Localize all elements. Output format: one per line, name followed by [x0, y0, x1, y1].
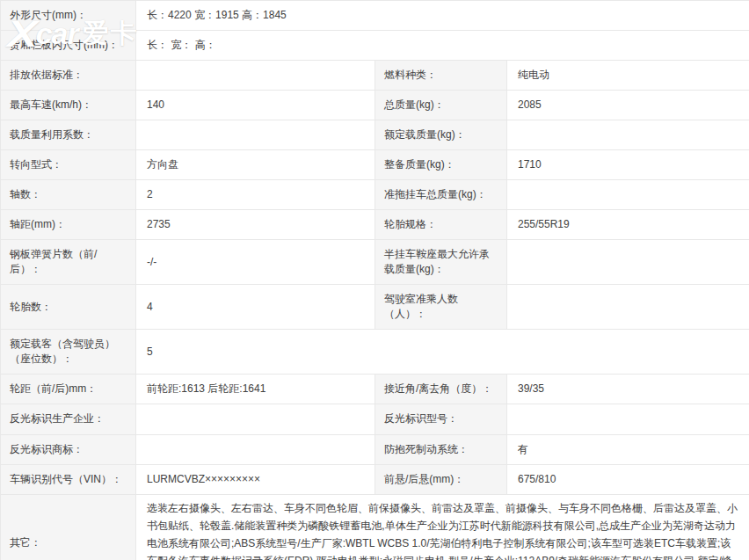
table-row: 载质量利用系数：额定载质量(kg)：: [1, 120, 749, 150]
spec-label: 转向型式：: [1, 150, 136, 180]
spec-value: [507, 180, 749, 210]
spec-label: 轴距(mm)：: [1, 210, 136, 240]
table-row: 轮距（前/后)mm：前轮距:1613 后轮距:1641接近角/离去角（度）：39…: [1, 375, 749, 404]
spec-label: 轮胎规格：: [375, 210, 507, 240]
spec-label: 反光标识型号：: [375, 404, 507, 434]
spec-label: 排放依据标准：: [1, 61, 136, 91]
spec-label: 半挂车鞍座最大允许承载质量(kg)：: [375, 240, 507, 285]
spec-label: 钢板弹簧片数（前/后）：: [1, 240, 136, 285]
spec-label: 准拖挂车总质量(kg)：: [375, 180, 507, 210]
table-row: 额定载客（含驾驶员）（座位数）：5: [1, 330, 749, 375]
spec-label: 前悬/后悬(mm)：: [375, 464, 507, 494]
spec-label: 轴数：: [1, 180, 136, 210]
spec-label: 轮距（前/后)mm：: [1, 375, 136, 404]
table-row: 车辆识别代号（VIN）：LURMCVBZ×××××××××前悬/后悬(mm)：6…: [1, 464, 749, 494]
spec-value: -/-: [136, 240, 375, 285]
spec-value: [507, 404, 749, 434]
spec-value: 前轮距:1613 后轮距:1641: [136, 375, 375, 404]
spec-value: [507, 285, 749, 330]
spec-value: 长： 宽： 高：: [136, 31, 749, 61]
spec-label: 最高车速(km/h)：: [1, 91, 136, 120]
spec-label: 轮胎数：: [1, 285, 136, 330]
spec-value: [136, 404, 375, 434]
spec-value: 1710: [507, 150, 749, 180]
spec-value: [136, 61, 375, 91]
spec-value: 5: [136, 330, 375, 375]
table-row: 转向型式：方向盘整备质量(kg)：1710: [1, 150, 749, 180]
spec-value: 39/35: [507, 375, 749, 404]
vehicle-spec-table: 外形尺寸(mm)：长：4220 宽：1915 高：1845货厢栏板内尺寸(mm)…: [0, 0, 749, 560]
spec-value: 选装左右摄像头、左右雷达、车身不同色轮眉、前保摄像头、前雷达及罩盖、前摄像头、与…: [136, 494, 749, 560]
spec-value: 2735: [136, 210, 375, 240]
spec-table-body: 外形尺寸(mm)：长：4220 宽：1915 高：1845货厢栏板内尺寸(mm)…: [1, 1, 749, 560]
spec-value: 2: [136, 180, 375, 210]
spec-blank-cell: [375, 330, 749, 375]
spec-value: [136, 120, 375, 150]
spec-value: [507, 240, 749, 285]
spec-label: 载质量利用系数：: [1, 120, 136, 150]
spec-value: [136, 434, 375, 464]
spec-value: 长：4220 宽：1915 高：1845: [136, 1, 749, 31]
spec-label: 反光标识生产企业：: [1, 404, 136, 434]
spec-value: LURMCVBZ×××××××××: [136, 464, 375, 494]
spec-label: 反光标识商标：: [1, 434, 136, 464]
spec-value: 有: [507, 434, 749, 464]
spec-label: 驾驶室准乘人数（人）：: [375, 285, 507, 330]
table-row: 轮胎数：4驾驶室准乘人数（人）：: [1, 285, 749, 330]
spec-label: 车辆识别代号（VIN）：: [1, 464, 136, 494]
spec-value: 纯电动: [507, 61, 749, 91]
spec-label: 外形尺寸(mm)：: [1, 1, 136, 31]
spec-label: 其它：: [1, 494, 136, 560]
spec-value: [507, 120, 749, 150]
spec-label: 额定载客（含驾驶员）（座位数）：: [1, 330, 136, 375]
spec-label: 接近角/离去角（度）：: [375, 375, 507, 404]
table-row: 反光标识生产企业：反光标识型号：: [1, 404, 749, 434]
spec-label: 货厢栏板内尺寸(mm)：: [1, 31, 136, 61]
table-row: 反光标识商标：防抱死制动系统：有: [1, 434, 749, 464]
table-row: 轴距(mm)：2735轮胎规格：255/55R19: [1, 210, 749, 240]
table-row: 货厢栏板内尺寸(mm)：长： 宽： 高：: [1, 31, 749, 61]
spec-label: 燃料种类：: [375, 61, 507, 91]
table-row: 钢板弹簧片数（前/后）：-/-半挂车鞍座最大允许承载质量(kg)：: [1, 240, 749, 285]
spec-value: 2085: [507, 91, 749, 120]
spec-value: 140: [136, 91, 375, 120]
table-row: 最高车速(km/h)：140总质量(kg)：2085: [1, 91, 749, 120]
spec-value: 675/810: [507, 464, 749, 494]
spec-value: 4: [136, 285, 375, 330]
spec-value: 方向盘: [136, 150, 375, 180]
spec-label: 总质量(kg)：: [375, 91, 507, 120]
spec-label: 整备质量(kg)：: [375, 150, 507, 180]
table-row: 外形尺寸(mm)：长：4220 宽：1915 高：1845: [1, 1, 749, 31]
spec-value: 255/55R19: [507, 210, 749, 240]
spec-label: 额定载质量(kg)：: [375, 120, 507, 150]
spec-label: 防抱死制动系统：: [375, 434, 507, 464]
table-row: 其它：选装左右摄像头、左右雷达、车身不同色轮眉、前保摄像头、前雷达及罩盖、前摄像…: [1, 494, 749, 560]
table-row: 轴数：2准拖挂车总质量(kg)：: [1, 180, 749, 210]
table-row: 排放依据标准：燃料种类：纯电动: [1, 61, 749, 91]
